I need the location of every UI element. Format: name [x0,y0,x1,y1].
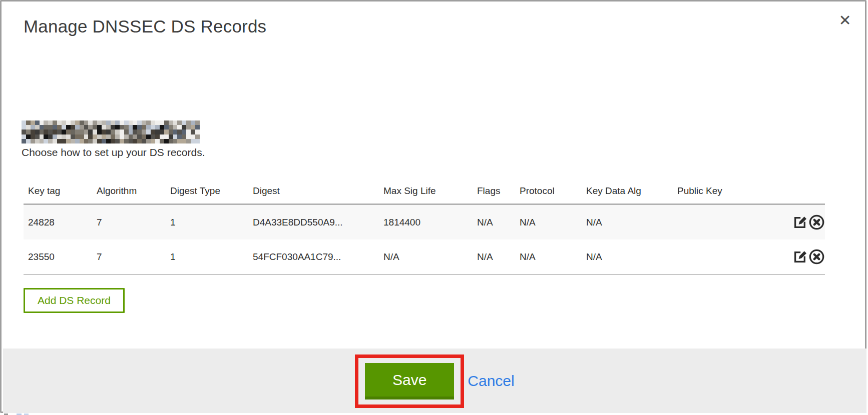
cell-algorithm: 7 [92,204,166,240]
cell-algorithm: 7 [92,240,166,274]
cell-key-data-alg: N/A [582,204,673,240]
cell-protocol: N/A [515,204,582,240]
edit-icon[interactable] [792,214,808,230]
page-title: Manage DNSSEC DS Records [24,16,266,36]
cell-digest: D4A33E8DD550A9... [248,204,379,240]
edit-icon[interactable] [792,248,808,265]
cell-max-sig-life: N/A [379,240,473,274]
col-header-key-data-alg: Key Data Alg [582,182,673,204]
col-header-actions [754,182,825,204]
col-header-protocol: Protocol [515,182,582,204]
cell-flags: N/A [473,240,515,274]
col-header-max-sig-life: Max Sig Life [379,182,473,204]
delete-icon[interactable] [808,248,825,265]
cell-public-key [673,240,754,274]
cell-flags: N/A [473,204,515,240]
ds-records-table: Key tag Algorithm Digest Type Digest Max… [24,182,825,275]
cell-public-key [673,204,754,240]
cell-digest: 54FCF030AA1C79... [248,240,379,274]
col-header-public-key: Public Key [673,182,754,204]
cancel-link[interactable]: Cancel [468,372,514,390]
cell-key-tag: 23550 [24,240,92,274]
instruction-text: Choose how to set up your DS records. [22,146,205,158]
annotation-highlight-box: Save [355,354,464,408]
table-header-row: Key tag Algorithm Digest Type Digest Max… [24,182,825,204]
col-header-digest: Digest [248,182,379,204]
modal-footer: Save Cancel [3,348,866,413]
table-row: 24828 7 1 D4A33E8DD550A9... 1814400 N/A … [24,204,825,240]
cell-key-data-alg: N/A [582,240,673,274]
table-row: 23550 7 1 54FCF030AA1C79... N/A N/A N/A … [24,240,825,274]
save-button[interactable]: Save [365,363,454,400]
redacted-domain [22,120,200,144]
manage-dnssec-modal: Manage DNSSEC DS Records ✕ Choose how to… [0,0,866,413]
cell-max-sig-life: 1814400 [379,204,473,240]
cell-protocol: N/A [515,240,582,274]
add-ds-record-button[interactable]: Add DS Record [24,288,125,313]
cell-digest-type: 1 [166,240,248,274]
close-icon[interactable]: ✕ [836,12,854,30]
cell-digest-type: 1 [166,204,248,240]
delete-icon[interactable] [808,214,825,230]
col-header-flags: Flags [473,182,515,204]
col-header-digest-type: Digest Type [166,182,248,204]
col-header-algorithm: Algorithm [92,182,166,204]
col-header-key-tag: Key tag [24,182,92,204]
cell-key-tag: 24828 [24,204,92,240]
